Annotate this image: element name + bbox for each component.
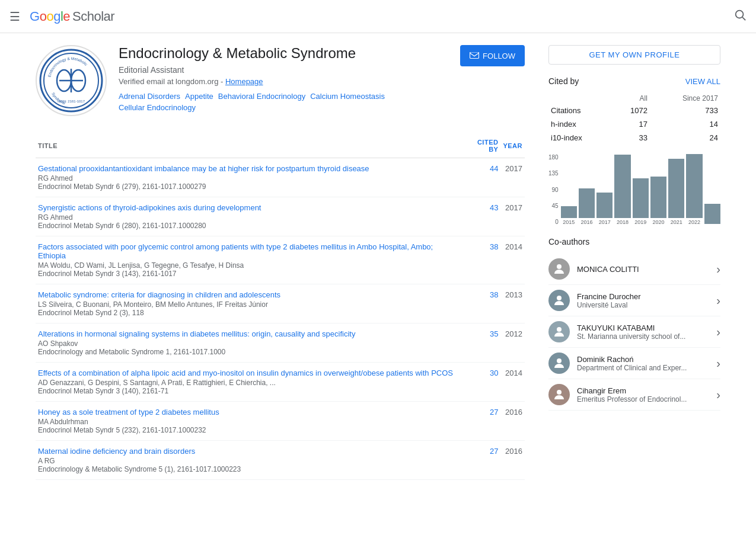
stats-cell-1-0: h-index xyxy=(548,117,611,131)
paper-title-link-1[interactable]: Synergistic actions of thyroid-adipokine… xyxy=(38,203,461,212)
col-year[interactable]: YEAR xyxy=(500,134,525,158)
profile-header: Endocrinology & Metabolic Syndrome ISSN:… xyxy=(36,45,525,116)
bar-label-2016: 2016 xyxy=(581,219,593,225)
paper-journal-3: Endocrinol Metab Synd 2 (3), 118 xyxy=(38,309,461,317)
stats-col-since: Since 2017 xyxy=(650,93,720,104)
logo-scholar: Scholar xyxy=(72,9,114,24)
paper-cited-7[interactable]: 27 xyxy=(463,441,500,480)
co-author-avatar-0 xyxy=(548,258,570,280)
paper-authors-3: LS Silveira, C Buonani, PA Monteiro, BM … xyxy=(38,300,461,309)
table-row: Gestational prooxidantantioxidant imbala… xyxy=(36,158,525,197)
paper-title-link-7[interactable]: Maternal iodine deficiency and brain dis… xyxy=(38,447,461,456)
paper-journal-1: Endocrinol Metab Syndr 6 (280), 2161-101… xyxy=(38,222,461,230)
paper-cited-6[interactable]: 27 xyxy=(463,402,500,441)
main-container: Endocrinology & Metabolic Syndrome ISSN:… xyxy=(0,33,756,492)
y-label-90: 90 xyxy=(548,187,559,193)
paper-cited-0[interactable]: 44 xyxy=(463,158,500,197)
bar- xyxy=(704,204,720,224)
interest-link-3[interactable]: Calcium Homeostasis xyxy=(310,92,385,101)
bar-2019 xyxy=(633,178,649,218)
co-author-item-1[interactable]: Francine DurocherUniversité Laval› xyxy=(548,285,720,316)
co-author-avatar-2 xyxy=(548,321,570,342)
stats-cell-0-0: Citations xyxy=(548,104,611,117)
paper-cited-3[interactable]: 38 xyxy=(463,284,500,323)
logo-g: G xyxy=(30,9,40,24)
paper-cell-title-5: Effects of a combination of alpha lipoic… xyxy=(36,363,463,402)
bar-label-2015: 2015 xyxy=(563,219,575,225)
paper-title-link-2[interactable]: Factors associated with poor glycemic co… xyxy=(38,242,461,260)
svg-rect-11 xyxy=(470,52,479,59)
profile-email: Verified email at longdom.org - Homepage xyxy=(119,77,448,86)
co-author-item-2[interactable]: TAKUYUKI KATABAMISt. Marianna university… xyxy=(548,316,720,348)
profile-name: Endocrinology & Metabolic Syndrome xyxy=(119,45,448,62)
paper-cited-4[interactable]: 35 xyxy=(463,323,500,363)
co-author-name-1: Francine Durocher xyxy=(577,292,716,301)
stats-row-1: h-index1714 xyxy=(548,117,720,131)
interest-link-0[interactable]: Adrenal Disorders xyxy=(119,92,180,101)
co-author-info-0: MONICA COLITTI xyxy=(577,265,716,274)
bar-group-2016: 2016 xyxy=(579,154,595,225)
svg-point-13 xyxy=(557,296,562,300)
bar-label-2022: 2022 xyxy=(688,219,700,225)
logo-o1: o xyxy=(40,9,47,24)
interest-link-1[interactable]: Appetite xyxy=(185,92,213,101)
co-author-avatar-3 xyxy=(548,353,570,374)
paper-journal-7: Endocrinology & Metabolic Syndrome 5 (1)… xyxy=(38,465,461,473)
stats-row-2: i10-index3324 xyxy=(548,131,720,145)
homepage-link[interactable]: Homepage xyxy=(225,77,263,86)
co-author-item-3[interactable]: Dominik RachońDepartment of Clinical and… xyxy=(548,348,720,379)
profile-interests: Adrenal DisordersAppetiteBehavioral Endo… xyxy=(119,92,448,112)
stats-cell-1-1: 17 xyxy=(611,117,650,131)
co-author-info-2: TAKUYUKI KATABAMISt. Marianna university… xyxy=(577,323,716,341)
paper-cited-2[interactable]: 38 xyxy=(463,236,500,284)
paper-cited-1[interactable]: 43 xyxy=(463,197,500,236)
col-title: TITLE xyxy=(36,134,463,158)
paper-title-link-4[interactable]: Alterations in hormonal signaling system… xyxy=(38,329,461,338)
table-row: Synergistic actions of thyroid-adipokine… xyxy=(36,197,525,236)
email-separator: - xyxy=(221,77,225,86)
paper-journal-2: Endocrinol Metab Syndr 3 (143), 2161-101… xyxy=(38,270,461,278)
co-author-name-4: Cihangir Erem xyxy=(577,386,716,395)
view-all-link[interactable]: VIEW ALL xyxy=(685,77,720,86)
paper-title-link-5[interactable]: Effects of a combination of alpha lipoic… xyxy=(38,369,461,377)
paper-year-7: 2016 xyxy=(500,441,525,480)
bar-label-2018: 2018 xyxy=(617,219,629,225)
paper-authors-2: MA Woldu, CD Wami, JL Lenjisa, G Tegegne… xyxy=(38,261,461,270)
paper-journal-4: Endocrinology and Metabolic Syndrome 1, … xyxy=(38,348,461,356)
paper-title-link-6[interactable]: Honey as a sole treatment of type 2 diab… xyxy=(38,408,461,417)
col-cited[interactable]: CITED BY xyxy=(463,134,500,158)
header-search-icon[interactable] xyxy=(733,8,747,24)
paper-year-3: 2013 xyxy=(500,284,525,323)
follow-button[interactable]: FOLLOW xyxy=(460,45,525,66)
interest-link-4[interactable]: Cellular Endocrinology xyxy=(119,103,196,112)
paper-cell-title-6: Honey as a sole treatment of type 2 diab… xyxy=(36,402,463,441)
co-author-chevron-icon-4: › xyxy=(716,388,720,402)
interest-link-2[interactable]: Behavioral Endocrinology xyxy=(218,92,305,101)
paper-cell-title-1: Synergistic actions of thyroid-adipokine… xyxy=(36,197,463,236)
stats-cell-2-2: 24 xyxy=(650,131,720,145)
cited-by-section: Cited by VIEW ALL All Since 2017 Citatio… xyxy=(548,76,720,225)
paper-cited-5[interactable]: 30 xyxy=(463,363,500,402)
paper-title-link-0[interactable]: Gestational prooxidantantioxidant imbala… xyxy=(38,164,461,173)
paper-year-6: 2016 xyxy=(500,402,525,441)
paper-journal-6: Endocrinol Metab Syndr 5 (232), 2161-101… xyxy=(38,426,461,434)
co-author-item-4[interactable]: Cihangir EremEmeritus Professor of Endoc… xyxy=(548,379,720,411)
menu-icon[interactable]: ☰ xyxy=(9,9,20,24)
header: ☰ Google Scholar xyxy=(0,0,756,33)
paper-year-0: 2017 xyxy=(500,158,525,197)
logo-e: e xyxy=(63,9,70,24)
get-profile-button[interactable]: GET MY OWN PROFILE xyxy=(548,45,720,65)
co-author-item-0[interactable]: MONICA COLITTI› xyxy=(548,254,720,285)
y-label-135: 135 xyxy=(548,170,559,177)
paper-year-5: 2014 xyxy=(500,363,525,402)
co-author-chevron-icon-0: › xyxy=(716,262,720,276)
stats-cell-0-1: 1072 xyxy=(611,104,650,117)
co-author-info-4: Cihangir EremEmeritus Professor of Endoc… xyxy=(577,386,716,403)
bar-2021 xyxy=(668,159,684,218)
stats-row-0: Citations1072733 xyxy=(548,104,720,117)
paper-cell-title-4: Alterations in hormonal signaling system… xyxy=(36,323,463,363)
co-author-affil-2: St. Marianna university school of... xyxy=(577,332,716,341)
co-authors-title: Co-authors xyxy=(548,237,720,246)
paper-title-link-3[interactable]: Metabolic syndrome: criteria for diagnos… xyxy=(38,290,461,299)
co-author-chevron-icon-1: › xyxy=(716,294,720,307)
